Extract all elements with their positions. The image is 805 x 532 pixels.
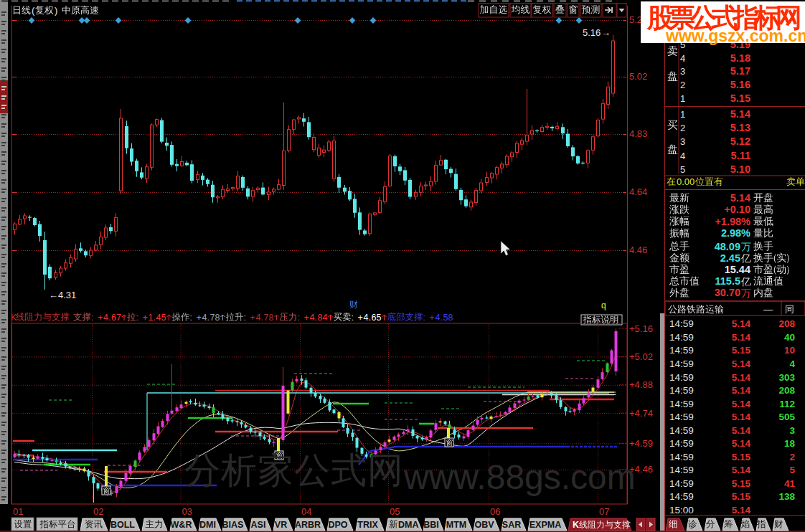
svg-text:505: 505 (778, 412, 795, 422)
svg-text:BBI: BBI (423, 520, 439, 530)
svg-text:SAR: SAR (502, 520, 521, 530)
svg-text:5.14: 5.14 (730, 192, 750, 204)
svg-text:→: → (601, 27, 611, 38)
svg-text:4: 4 (103, 313, 108, 323)
svg-text:BIAS: BIAS (222, 520, 244, 530)
svg-text:4: 4 (789, 358, 795, 369)
svg-text:14:59: 14:59 (669, 385, 694, 396)
svg-text:5.14: 5.14 (732, 385, 751, 396)
svg-text:07: 07 (599, 506, 609, 517)
svg-text:15:00: 15:00 (669, 505, 694, 516)
svg-text:): ) (55, 5, 57, 16)
svg-text:+4.74: +4.74 (629, 408, 653, 419)
svg-text:14:59: 14:59 (669, 345, 694, 356)
svg-text:5: 5 (680, 164, 685, 175)
svg-text:7: 7 (116, 313, 121, 323)
svg-text:48.09: 48.09 (715, 241, 740, 252)
svg-text:www.gszx.com.cn: www.gszx.com.cn (665, 27, 805, 45)
svg-text:.: . (261, 313, 263, 323)
svg-text:+4.59: +4.59 (629, 438, 653, 449)
svg-text:5.14: 5.14 (732, 505, 751, 516)
svg-text:TRIX: TRIX (357, 520, 378, 530)
svg-text:3: 3 (680, 136, 685, 147)
svg-text:04: 04 (301, 506, 311, 517)
svg-text:18: 18 (784, 438, 796, 449)
svg-text::: : (298, 313, 300, 323)
svg-text:5.14: 5.14 (732, 358, 751, 369)
svg-text::: : (190, 313, 192, 323)
svg-text:2: 2 (789, 452, 795, 462)
svg-text:5: 5 (443, 313, 448, 323)
svg-text:7: 7 (264, 313, 269, 323)
svg-text:40: 40 (784, 332, 795, 343)
svg-text:8: 8 (215, 313, 220, 323)
svg-text:+: + (143, 313, 148, 323)
svg-text:5: 5 (161, 313, 166, 323)
svg-text:14:59: 14:59 (669, 318, 694, 329)
svg-text:10: 10 (784, 345, 795, 356)
svg-text:5.15: 5.15 (732, 345, 751, 356)
svg-text:.: . (207, 313, 210, 323)
svg-text:14:59: 14:59 (669, 372, 694, 383)
svg-text:DPO: DPO (328, 520, 347, 530)
svg-text:5.14: 5.14 (732, 438, 751, 449)
svg-text:14:59: 14:59 (669, 465, 694, 475)
svg-text:02: 02 (93, 506, 103, 517)
svg-text:5.15: 5.15 (732, 452, 751, 462)
svg-text:W&R: W&R (171, 520, 192, 530)
svg-text:5.18: 5.18 (730, 52, 750, 64)
svg-text:14:59: 14:59 (669, 412, 694, 422)
svg-text:5.11: 5.11 (731, 150, 750, 161)
svg-text:MTM: MTM (446, 520, 466, 530)
svg-text:4: 4 (156, 313, 161, 323)
svg-text:q: q (601, 300, 606, 310)
svg-text:2: 2 (680, 123, 685, 133)
svg-text:OBV: OBV (474, 520, 494, 530)
svg-text:5.14: 5.14 (732, 372, 751, 383)
svg-text:K: K (573, 520, 579, 530)
svg-text:5.14: 5.14 (732, 425, 751, 436)
svg-text:.: . (441, 313, 443, 323)
svg-text:5.02: 5.02 (629, 71, 647, 82)
svg-text:+: + (197, 313, 202, 323)
svg-text:5.14: 5.14 (732, 465, 751, 475)
svg-text:8: 8 (269, 313, 274, 323)
svg-text::: : (423, 313, 425, 323)
svg-text:14:59: 14:59 (669, 332, 694, 343)
svg-text:138: 138 (778, 491, 795, 502)
svg-text:4: 4 (256, 313, 261, 323)
svg-text:2.98%: 2.98% (721, 227, 750, 239)
svg-text:5.16: 5.16 (730, 79, 750, 90)
svg-text:8: 8 (448, 313, 453, 323)
svg-text::: : (136, 313, 138, 323)
svg-text:5.13: 5.13 (730, 122, 750, 133)
svg-text:4: 4 (436, 313, 441, 323)
svg-text:7: 7 (210, 313, 215, 323)
svg-text::: : (244, 313, 246, 323)
svg-text::: : (91, 313, 93, 323)
svg-text:EXPMA: EXPMA (529, 520, 561, 530)
svg-text:.: . (315, 313, 317, 323)
svg-text:01: 01 (13, 506, 23, 517)
svg-text:.: . (369, 313, 371, 323)
svg-text:1: 1 (680, 93, 685, 104)
svg-text:14:59: 14:59 (669, 452, 694, 462)
svg-text:+0.10: +0.10 (724, 204, 750, 215)
svg-text:112: 112 (779, 399, 795, 409)
svg-text:4: 4 (202, 313, 207, 323)
svg-text:4: 4 (680, 151, 685, 161)
svg-text:4.83: 4.83 (629, 128, 647, 139)
svg-text:5.15: 5.15 (732, 478, 751, 489)
svg-text:14:59: 14:59 (669, 438, 694, 449)
svg-text:K: K (11, 313, 17, 323)
svg-text:1: 1 (149, 313, 154, 323)
svg-text:www.88gs.com: www.88gs.com (403, 458, 636, 496)
svg-text:+4.88: +4.88 (629, 379, 653, 390)
svg-text:5.14: 5.14 (732, 318, 751, 329)
svg-text:14:59: 14:59 (669, 425, 694, 436)
svg-text:5: 5 (789, 465, 795, 475)
svg-text:14:59: 14:59 (669, 358, 694, 369)
svg-text:DMA: DMA (398, 520, 418, 530)
svg-text:15.44: 15.44 (725, 264, 750, 275)
svg-text:30.70: 30.70 (715, 287, 740, 298)
